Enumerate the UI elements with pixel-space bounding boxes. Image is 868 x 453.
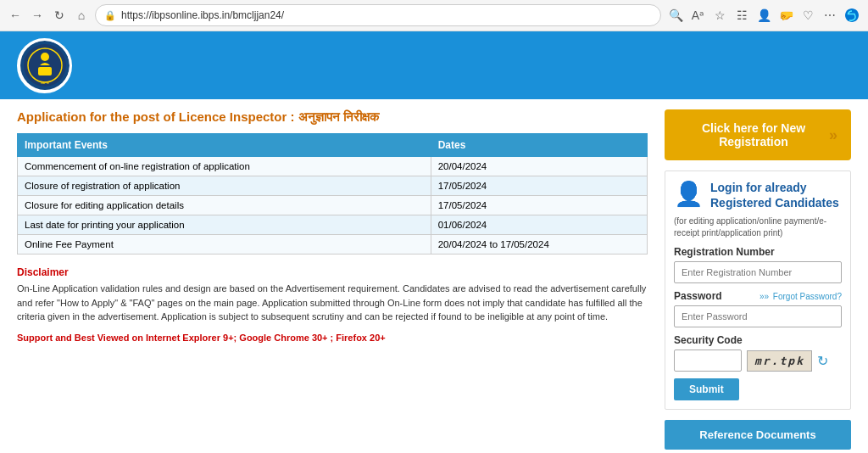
password-row: Password »» Forgot Password? [674,290,842,302]
star-icon[interactable]: ☆ [710,6,729,25]
date-cell: 20/04/2024 to 17/05/2024 [431,235,647,254]
person-icon: 👤 [674,180,704,208]
password-label: Password [674,290,722,302]
forward-button[interactable]: → [29,7,46,24]
back-button[interactable]: ← [7,7,24,24]
login-header: 👤 Login for alreadyRegistered Candidates [674,180,842,210]
disclaimer-text: On-Line Application validation rules and… [17,282,648,324]
right-panel: Click here for New Registration » 👤 Logi… [665,109,851,444]
table-row: Closure of registration of application17… [18,176,648,196]
main-content: Application for the post of Licence Insp… [0,99,868,453]
login-subtitle: (for editing application/online payment/… [674,215,842,239]
svg-point-2 [41,53,49,61]
new-reg-label: Click here for New Registration [678,121,829,148]
date-cell: 17/05/2024 [431,176,647,196]
search-icon[interactable]: 🔍 [666,6,685,25]
translate-icon[interactable]: Aᵃ [688,6,707,25]
security-row: mr.tpk ↻ [674,350,842,372]
date-cell: 20/04/2024 [431,157,647,176]
registration-number-input[interactable] [674,261,842,283]
disclaimer-title: Disclaimer [17,266,648,278]
support-text: Support and Best Viewed on Internet Expl… [17,333,648,343]
site-header: IBPS [0,31,868,99]
events-table: Important Events Dates Commencement of o… [17,133,648,254]
refresh-button[interactable]: ↻ [51,7,68,24]
login-box: 👤 Login for alreadyRegistered Candidates… [665,171,851,410]
forgot-arrows: »» [760,292,769,301]
chevron-right-icon: » [829,126,837,144]
logo-inner: IBPS [20,41,70,90]
event-cell: Commencement of on-line registration of … [18,157,431,176]
svg-text:IBPS: IBPS [41,81,49,85]
page-title: Application for the post of Licence Insp… [17,109,648,125]
reference-documents-box[interactable]: Reference Documents [665,420,851,450]
table-row: Commencement of on-line registration of … [18,157,648,176]
event-cell: Last date for printing your application [18,215,431,235]
favorites-icon[interactable]: ♡ [798,6,817,25]
reg-num-label: Registration Number [674,246,842,258]
left-panel: Application for the post of Licence Insp… [17,109,648,444]
forgot-password-link[interactable]: »» Forgot Password? [760,292,842,301]
event-cell: Closure of registration of application [18,176,431,196]
event-cell: Online Fee Payment [18,235,431,254]
event-cell: Closure for editing application details [18,196,431,215]
captcha-image: mr.tpk [747,350,812,372]
col-dates-header: Dates [431,134,647,157]
lock-icon: 🔒 [104,10,116,21]
extensions-icon[interactable]: 🤛 [776,6,795,25]
collections-icon[interactable]: ☷ [732,6,751,25]
site-logo: IBPS [17,38,72,93]
password-input[interactable] [674,305,842,327]
security-label: Security Code [674,334,842,346]
login-title: Login for alreadyRegistered Candidates [710,180,839,210]
table-row: Online Fee Payment20/04/2024 to 17/05/20… [18,235,648,254]
table-row: Closure for editing application details1… [18,196,648,215]
submit-button[interactable]: Submit [674,378,739,400]
new-registration-button[interactable]: Click here for New Registration » [665,109,851,160]
security-code-input[interactable] [674,350,742,372]
browser-toolbar: ← → ↻ ⌂ 🔒 https://ibpsonline.ibps.in/bmc… [0,0,868,31]
forgot-text: Forgot Password? [773,292,842,301]
more-icon[interactable]: ⋯ [821,6,839,25]
address-bar[interactable]: 🔒 https://ibpsonline.ibps.in/bmcljjan24/ [95,4,661,26]
date-cell: 17/05/2024 [431,196,647,215]
col-event-header: Important Events [18,134,431,157]
toolbar-icons: 🔍 Aᵃ ☆ ☷ 👤 🤛 ♡ ⋯ [666,6,861,25]
edge-logo [843,6,861,25]
home-button[interactable]: ⌂ [73,7,90,24]
url-text: https://ibpsonline.ibps.in/bmcljjan24/ [121,9,652,21]
table-row: Last date for printing your application0… [18,215,648,235]
date-cell: 01/06/2024 [431,215,647,235]
svg-rect-3 [38,67,52,76]
browser-chrome: ← → ↻ ⌂ 🔒 https://ibpsonline.ibps.in/bmc… [0,0,868,31]
account-icon[interactable]: 👤 [754,6,773,25]
refresh-captcha-button[interactable]: ↻ [817,353,828,369]
